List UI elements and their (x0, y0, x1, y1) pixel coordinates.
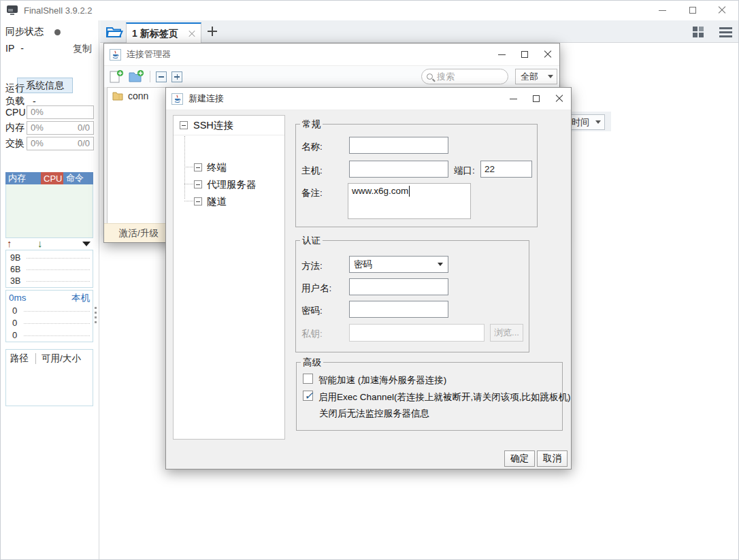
run-value: - (33, 83, 36, 94)
sync-status-dot (54, 29, 61, 35)
username-field[interactable] (349, 278, 448, 295)
exec-channel-checkbox[interactable] (303, 391, 313, 401)
host-label[interactable]: 本机 (71, 292, 90, 304)
username-label: 用户名: (301, 282, 331, 295)
smart-accel-label: 智能加速 (加速海外服务器连接) (318, 374, 446, 386)
app-icon (7, 5, 18, 15)
auth-group-label: 认证 (300, 235, 323, 247)
sync-status-label: 同步状态 (5, 26, 44, 38)
close-icon (718, 6, 726, 14)
method-dropdown[interactable]: 密码 (349, 256, 448, 273)
tab-new-tab-page[interactable]: 1 新标签页 (126, 22, 201, 44)
net-tick: 3B (10, 276, 27, 286)
menu-icon[interactable] (719, 27, 732, 39)
tree-collapse-icon[interactable] (194, 180, 202, 188)
chevron-down-icon[interactable] (82, 242, 91, 246)
tree-item-ssh[interactable]: SSH连接 (174, 116, 284, 135)
java-app-icon (171, 93, 183, 105)
process-header-memory[interactable]: 内存 (5, 172, 41, 184)
cancel-button[interactable]: 取消 (537, 450, 568, 467)
chevron-down-icon (438, 263, 443, 266)
host-field[interactable] (349, 161, 448, 178)
password-field[interactable] (349, 301, 448, 318)
newconn-close-button[interactable] (548, 88, 571, 110)
java-app-icon (110, 49, 121, 61)
tree-collapse-icon[interactable] (194, 163, 202, 171)
connmgr-titlebar: 连接管理器 (104, 44, 559, 66)
swap-stat-row: 交换 0% 0/0 (5, 136, 94, 150)
grid-line (27, 258, 90, 259)
tree-item-ssh-label: SSH连接 (193, 119, 233, 132)
remark-label: 备注: (301, 187, 323, 199)
run-label: 运行 (5, 82, 24, 95)
search-box[interactable] (421, 69, 508, 84)
minimize-icon (659, 10, 666, 11)
swap-ratio: 0/0 (78, 138, 90, 148)
close-icon (544, 50, 552, 59)
new-connection-dialog: 新建连接 SSH连接 终端 代理服务器 隧道 (165, 87, 572, 470)
connmgr-minimize-button[interactable] (490, 44, 513, 66)
host-label: 主机: (301, 165, 323, 177)
tree-collapse-icon[interactable] (194, 197, 202, 205)
tab-close-icon[interactable] (188, 31, 195, 37)
advanced-group: 高级 智能加速 (加速海外服务器连接) 启用Exec Channel(若连接上就… (296, 362, 563, 431)
method-label: 方法: (301, 260, 323, 272)
mem-label: 内存 (5, 122, 27, 134)
maximize-button[interactable] (681, 0, 704, 20)
ok-button[interactable]: 确定 (504, 450, 535, 467)
general-group-label: 常规 (300, 118, 323, 131)
filter-dropdown[interactable]: 全部 (515, 69, 557, 84)
tree-collapse-icon[interactable] (180, 121, 188, 129)
toolbar-separator (150, 71, 150, 82)
download-arrow-icon: ↓ (37, 237, 43, 249)
tree-item-tunnel[interactable]: 隧道 (194, 195, 227, 208)
expand-all-button[interactable] (171, 71, 182, 82)
sidebar-splitter-handle[interactable] (95, 307, 97, 326)
search-input[interactable] (437, 71, 495, 82)
sort-by-time-dropdown[interactable]: 时间 (567, 114, 605, 130)
search-icon (427, 73, 433, 80)
general-group: 常规 名称: 主机: 端口: 备注: www.x6g.com (295, 124, 538, 227)
folder-icon (112, 91, 123, 101)
new-connection-icon[interactable] (110, 69, 124, 84)
chevron-down-icon (595, 120, 601, 124)
minimize-button[interactable] (651, 0, 674, 20)
swap-value: 0% (31, 138, 44, 148)
layout-grid-icon[interactable] (693, 27, 704, 37)
network-graph: 9B 6B 3B (5, 250, 93, 288)
mem-stat-row: 内存 0% 0/0 (5, 120, 94, 135)
connmgr-close-button[interactable] (536, 44, 559, 66)
folder-open-icon[interactable] (105, 25, 124, 39)
filter-value: 全部 (521, 71, 538, 83)
mem-stat-box: 0% 0/0 (27, 121, 94, 135)
newconn-maximize-button[interactable] (525, 88, 548, 110)
tab-strip: 1 新标签页 (100, 20, 739, 43)
close-button[interactable] (710, 0, 734, 20)
port-field[interactable] (480, 161, 532, 178)
ping-tick: 0 (12, 330, 24, 340)
ip-row: IP - (5, 43, 24, 54)
newconn-minimize-button[interactable] (502, 88, 525, 110)
tree-item-tunnel-label: 隧道 (207, 195, 227, 208)
tab-label: 1 新标签页 (132, 28, 178, 40)
smart-accel-checkbox[interactable] (303, 374, 313, 384)
process-header-cpu[interactable]: CPU (41, 172, 63, 184)
collapse-all-button[interactable] (156, 71, 167, 82)
exec-channel-label: 启用Exec Channel(若连接上就被断开,请关闭该项,比如跳板机) (318, 391, 571, 403)
connmgr-title: 连接管理器 (127, 48, 171, 61)
exec-channel-note: 关闭后无法监控服务器信息 (319, 408, 429, 420)
new-folder-icon[interactable] (129, 69, 144, 84)
cpu-stat-row: CPU 0% (5, 105, 94, 119)
name-field[interactable] (349, 137, 448, 154)
add-tab-button[interactable] (208, 27, 217, 36)
connmgr-maximize-button[interactable] (513, 44, 536, 66)
tree-item-proxy[interactable]: 代理服务器 (194, 178, 257, 191)
ping-tick: 0 (12, 306, 24, 316)
process-header-command[interactable]: 命令 (63, 172, 93, 184)
tree-item-terminal[interactable]: 终端 (194, 161, 227, 174)
copy-link[interactable]: 复制 (73, 43, 92, 55)
newconn-titlebar: 新建连接 (166, 88, 571, 110)
grid-line (27, 281, 90, 282)
remark-field[interactable]: www.x6g.com (348, 183, 471, 219)
grid-line (24, 323, 90, 324)
